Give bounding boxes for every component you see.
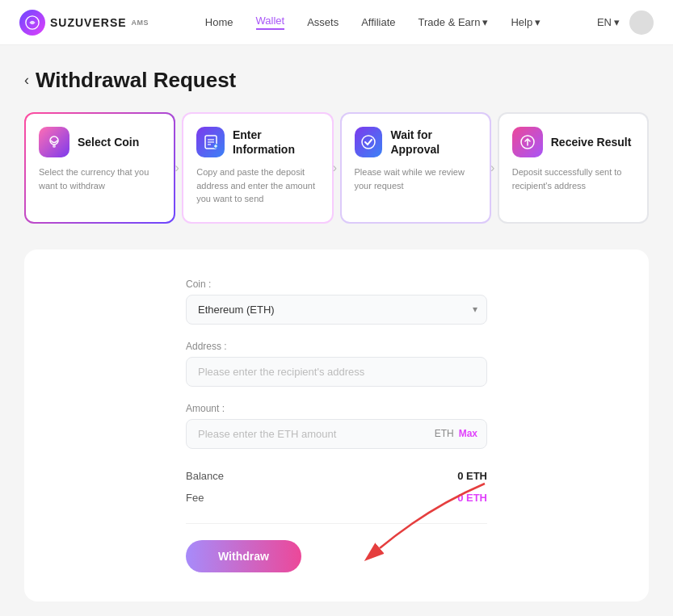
back-button[interactable]: ‹ bbox=[24, 72, 29, 89]
step-1-arrow: › bbox=[169, 160, 185, 176]
form-section: Coin : Ethereum (ETH) Bitcoin (BTC) USDT… bbox=[24, 249, 649, 601]
coin-label: Coin : bbox=[186, 279, 487, 290]
balance-label: Balance bbox=[186, 470, 224, 482]
step-1-icon bbox=[39, 127, 69, 157]
amount-field: Amount : ETH Max bbox=[186, 403, 487, 449]
step-2-arrow: › bbox=[327, 160, 343, 176]
step-4-icon bbox=[512, 127, 543, 157]
balance-value: 0 ETH bbox=[457, 470, 487, 482]
main-content: ‹ Withdrawal Request Select Coin Select … bbox=[0, 45, 673, 616]
brand-badge: AMS bbox=[132, 19, 149, 27]
nav-wallet[interactable]: Wallet bbox=[256, 15, 285, 30]
withdraw-button[interactable]: Withdraw bbox=[186, 540, 301, 572]
step-select-coin: Select Coin Select the currency that you… bbox=[24, 112, 175, 224]
step-receive-result: Receive Result Deposit successfully sent… bbox=[498, 112, 649, 224]
step-2-icon bbox=[196, 127, 225, 157]
step-wait-approval: Wait for Approval Please wait while we r… bbox=[340, 112, 491, 224]
nav-right: EN ▾ bbox=[597, 10, 654, 35]
svg-point-10 bbox=[362, 136, 375, 149]
nav-help[interactable]: Help ▾ bbox=[511, 16, 541, 28]
brand-name: SUZUVERSE bbox=[50, 16, 127, 29]
step-3-desc: Please wait while we review your request bbox=[355, 166, 477, 192]
withdraw-area: Withdraw bbox=[186, 540, 487, 572]
logo-icon bbox=[19, 10, 45, 36]
step-4-desc: Deposit successfully sent to recipient's… bbox=[512, 166, 634, 192]
nav-affiliate[interactable]: Affiliate bbox=[361, 16, 395, 28]
step-1-title: Select Coin bbox=[78, 135, 139, 149]
language-selector[interactable]: EN ▾ bbox=[597, 16, 620, 28]
svg-point-2 bbox=[53, 145, 56, 148]
address-input[interactable] bbox=[186, 357, 487, 387]
nav-home[interactable]: Home bbox=[205, 16, 233, 28]
nav-trade-earn[interactable]: Trade & Earn ▾ bbox=[419, 16, 489, 28]
step-2-title: Enter Information bbox=[233, 128, 319, 157]
nav-assets[interactable]: Assets bbox=[307, 16, 339, 28]
chevron-down-icon: ▾ bbox=[614, 16, 620, 28]
navbar: SUZUVERSE AMS Home Wallet Assets Affilia… bbox=[0, 0, 673, 45]
nav-links: Home Wallet Assets Affiliate Trade & Ear… bbox=[205, 15, 541, 30]
user-avatar[interactable] bbox=[629, 10, 654, 35]
step-2-desc: Copy and paste the deposit address and e… bbox=[196, 166, 318, 206]
divider bbox=[186, 523, 487, 524]
step-3-icon bbox=[355, 127, 383, 157]
chevron-down-icon: ▾ bbox=[535, 16, 541, 28]
coin-select[interactable]: Ethereum (ETH) Bitcoin (BTC) USDT bbox=[186, 295, 487, 325]
logo[interactable]: SUZUVERSE AMS bbox=[19, 10, 149, 36]
address-label: Address : bbox=[186, 341, 487, 352]
step-1-desc: Select the currency that you want to wit… bbox=[39, 166, 161, 192]
page-title: Withdrawal Request bbox=[36, 68, 236, 93]
amount-wrapper: ETH Max bbox=[186, 419, 487, 449]
steps-container: Select Coin Select the currency that you… bbox=[24, 112, 649, 224]
step-3-arrow: › bbox=[485, 160, 501, 176]
amount-suffix: ETH Max bbox=[435, 428, 477, 439]
amount-label: Amount : bbox=[186, 403, 487, 414]
step-enter-info: Enter Information Copy and paste the dep… bbox=[182, 112, 333, 224]
fee-label: Fee bbox=[186, 492, 204, 504]
chevron-down-icon: ▾ bbox=[482, 16, 488, 28]
balance-row: Balance 0 ETH bbox=[186, 465, 487, 487]
balance-fee-rows: Balance 0 ETH Fee 0 ETH bbox=[186, 465, 487, 509]
step-3-title: Wait for Approval bbox=[390, 128, 476, 157]
step-4-title: Receive Result bbox=[551, 135, 632, 149]
max-button[interactable]: Max bbox=[459, 428, 477, 439]
page-title-row: ‹ Withdrawal Request bbox=[24, 68, 649, 93]
coin-field: Coin : Ethereum (ETH) Bitcoin (BTC) USDT… bbox=[186, 279, 487, 325]
coin-select-wrapper: Ethereum (ETH) Bitcoin (BTC) USDT ▾ bbox=[186, 295, 487, 325]
fee-value: 0 ETH bbox=[457, 492, 487, 504]
amount-currency: ETH bbox=[435, 428, 454, 439]
address-field: Address : bbox=[186, 341, 487, 387]
fee-row: Fee 0 ETH bbox=[186, 487, 487, 509]
